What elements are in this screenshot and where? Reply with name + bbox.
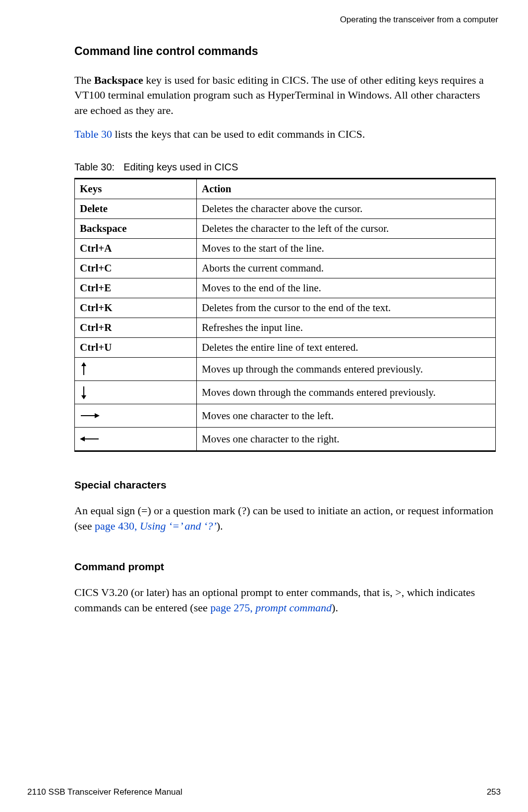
svg-marker-5 bbox=[95, 413, 100, 418]
paragraph: An equal sign (=) or a question mark (?)… bbox=[74, 503, 496, 534]
key-cell: Backspace bbox=[75, 219, 197, 239]
column-header-action: Action bbox=[197, 179, 496, 199]
table-row: Moves one character to the left. bbox=[75, 404, 496, 428]
section-heading-special-chars: Special characters bbox=[74, 479, 496, 491]
arrow-down-icon bbox=[80, 385, 88, 399]
table-row: Ctrl+K Deletes from the cursor to the en… bbox=[75, 298, 496, 318]
action-cell: Deletes the character above the cursor. bbox=[197, 199, 496, 219]
table-number: Table 30: bbox=[74, 162, 115, 172]
editing-keys-table: Keys Action Delete Deletes the character… bbox=[74, 178, 496, 452]
svg-marker-7 bbox=[80, 436, 85, 441]
action-cell: Deletes from the cursor to the end of th… bbox=[197, 298, 496, 318]
section-heading-command-line: Command line control commands bbox=[74, 45, 496, 58]
table-row: Ctrl+U Deletes the entire line of text e… bbox=[75, 338, 496, 358]
table-row: Moves up through the commands entered pr… bbox=[75, 358, 496, 381]
action-cell: Moves to the end of the line. bbox=[197, 278, 496, 298]
action-cell: Deletes the entire line of text entered. bbox=[197, 338, 496, 358]
text: ). bbox=[332, 601, 338, 614]
key-cell: Ctrl+E bbox=[75, 278, 197, 298]
action-cell: Moves one character to the right. bbox=[197, 428, 496, 451]
footer-page-number: 253 bbox=[487, 787, 501, 797]
table-row: Moves down through the commands entered … bbox=[75, 381, 496, 404]
bold-key-name: Backspace bbox=[94, 74, 143, 86]
paragraph: The Backspace key is used for basic edit… bbox=[74, 73, 496, 118]
link-page-275[interactable]: page 275, bbox=[210, 601, 255, 614]
svg-marker-3 bbox=[81, 395, 86, 399]
action-cell: Moves to the start of the line. bbox=[197, 239, 496, 259]
action-cell: Moves down through the commands entered … bbox=[197, 381, 496, 404]
page: Operating the transceiver from a compute… bbox=[0, 0, 528, 812]
key-cell: Ctrl+K bbox=[75, 298, 197, 318]
key-cell: Ctrl+R bbox=[75, 318, 197, 338]
key-cell bbox=[75, 404, 197, 428]
action-cell: Deletes the character to the left of the… bbox=[197, 219, 496, 239]
key-cell bbox=[75, 381, 197, 404]
svg-marker-1 bbox=[81, 362, 86, 366]
paragraph: Table 30 lists the keys that can be used… bbox=[74, 127, 496, 142]
key-cell: Ctrl+A bbox=[75, 239, 197, 259]
text: lists the keys that can be used to edit … bbox=[112, 128, 365, 140]
link-table-30[interactable]: Table 30 bbox=[74, 128, 112, 140]
link-prompt-command[interactable]: prompt command bbox=[255, 601, 332, 614]
arrow-right-icon bbox=[80, 412, 100, 420]
action-cell: Moves one character to the left. bbox=[197, 404, 496, 428]
table-row: Ctrl+A Moves to the start of the line. bbox=[75, 239, 496, 259]
action-cell: Refreshes the input line. bbox=[197, 318, 496, 338]
table-title: Editing keys used in CICS bbox=[123, 162, 238, 172]
arrow-up-icon bbox=[80, 362, 88, 376]
table-row: Backspace Deletes the character to the l… bbox=[75, 219, 496, 239]
key-cell bbox=[75, 428, 197, 451]
table-header-row: Keys Action bbox=[75, 179, 496, 199]
arrow-left-icon bbox=[80, 435, 100, 443]
table-row: Delete Deletes the character above the c… bbox=[75, 199, 496, 219]
running-header: Operating the transceiver from a compute… bbox=[27, 15, 498, 25]
key-cell bbox=[75, 358, 197, 381]
table-row: Ctrl+C Aborts the current command. bbox=[75, 259, 496, 278]
link-page-430[interactable]: page 430, bbox=[95, 520, 140, 532]
page-content: Command line control commands The Backsp… bbox=[74, 45, 496, 615]
paragraph: CICS V3.20 (or later) has an optional pr… bbox=[74, 585, 496, 615]
table-row: Moves one character to the right. bbox=[75, 428, 496, 451]
table-caption: Table 30:Editing keys used in CICS bbox=[74, 162, 496, 173]
column-header-keys: Keys bbox=[75, 179, 197, 199]
footer-manual-title: 2110 SSB Transceiver Reference Manual bbox=[27, 787, 182, 797]
action-cell: Aborts the current command. bbox=[197, 259, 496, 278]
table-row: Ctrl+E Moves to the end of the line. bbox=[75, 278, 496, 298]
action-cell: Moves up through the commands entered pr… bbox=[197, 358, 496, 381]
key-cell: Ctrl+C bbox=[75, 259, 197, 278]
key-cell: Ctrl+U bbox=[75, 338, 197, 358]
link-using-equals-question[interactable]: Using ‘=’ and ‘?’ bbox=[140, 520, 217, 532]
table-row: Ctrl+R Refreshes the input line. bbox=[75, 318, 496, 338]
page-footer: 2110 SSB Transceiver Reference Manual 25… bbox=[27, 787, 501, 797]
section-heading-command-prompt: Command prompt bbox=[74, 561, 496, 573]
text: The bbox=[74, 74, 94, 86]
key-cell: Delete bbox=[75, 199, 197, 219]
text: ). bbox=[217, 520, 223, 532]
